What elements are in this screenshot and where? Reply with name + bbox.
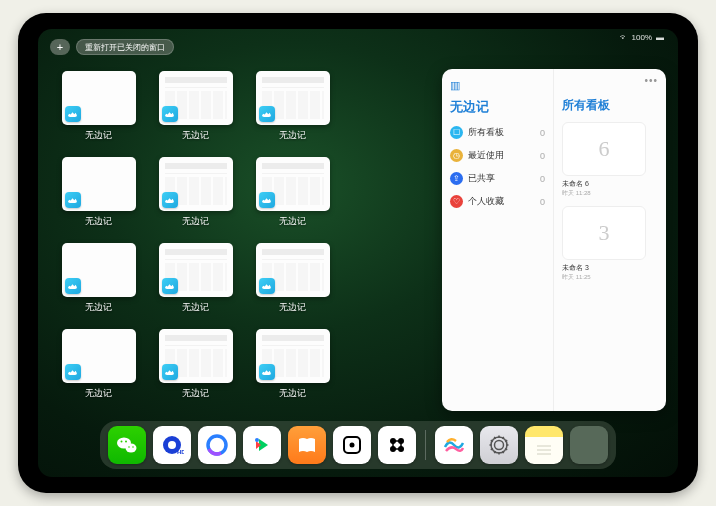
board-card[interactable]: 6未命名 6昨天 11:28 [562,122,646,198]
sidebar-item-label: 个人收藏 [468,195,504,208]
dock-app-tencent[interactable]: HD [153,426,191,464]
sidebar-item-icon: ♡ [450,195,463,208]
svg-point-5 [132,446,134,448]
svg-point-22 [491,437,507,453]
svg-point-23 [495,441,504,450]
window-preview [62,243,136,297]
window-grid: 无边记无边记无边记无边记无边记无边记无边记无边记无边记无边记无边记无边记 [38,63,442,417]
dock-app-folder[interactable] [570,426,608,464]
window-thumb[interactable]: 无边记 [250,71,335,151]
sidebar-item-icon: ☐ [450,126,463,139]
window-label: 无边记 [279,387,306,400]
freeform-app-icon [259,364,275,380]
board-thumbnail: 3 [562,206,646,260]
board-time: 昨天 11:28 [562,189,646,198]
sidebar-item[interactable]: ☐所有看板0 [450,126,545,139]
window-preview [256,329,330,383]
window-thumb[interactable]: 无边记 [250,243,335,323]
window-label: 无边记 [85,129,112,142]
window-preview [256,71,330,125]
freeform-app-icon [65,364,81,380]
window-preview [159,329,233,383]
window-thumb[interactable]: 无边记 [153,157,238,237]
sidebar-item-count: 0 [540,174,545,184]
board-thumbnail: 6 [562,122,646,176]
sidebar-item-count: 0 [540,151,545,161]
wifi-icon: ᯤ [620,33,628,42]
battery-text: 100% [632,33,652,42]
sidebar-item-label: 已共享 [468,172,495,185]
status-bar: ᯤ 100% ▬ [620,33,664,42]
window-preview [159,71,233,125]
window-thumb[interactable]: 无边记 [56,71,141,151]
window-label: 无边记 [182,215,209,228]
window-thumb[interactable]: 无边记 [153,329,238,409]
ipad-frame: ᯤ 100% ▬ + 重新打开已关闭的窗口 无边记无边记无边记无边记无边记无边记… [18,13,698,493]
freeform-side-panel: ••• ▥ 无边记 ☐所有看板0◷最近使用0⇪已共享0♡个人收藏0 所有看板 6… [442,69,666,411]
dock-app-notes[interactable] [525,426,563,464]
sidebar-item-label: 所有看板 [468,126,504,139]
window-label: 无边记 [182,301,209,314]
sidebar-item-icon: ⇪ [450,172,463,185]
svg-point-11 [255,438,259,442]
sidebar-item[interactable]: ◷最近使用0 [450,149,545,162]
freeform-app-icon [162,278,178,294]
freeform-app-icon [65,106,81,122]
reopen-closed-window-button[interactable]: 重新打开已关闭的窗口 [76,39,174,55]
freeform-app-icon [259,192,275,208]
battery-icon: ▬ [656,33,664,42]
dock-app-dice[interactable] [333,426,371,464]
window-preview [159,243,233,297]
sidebar-toggle-icon[interactable]: ▥ [450,79,545,92]
panel-more-button[interactable]: ••• [644,75,658,86]
panel-content: 所有看板 6未命名 6昨天 11:283未命名 3昨天 11:25 [554,69,666,411]
freeform-app-icon [162,192,178,208]
window-thumb[interactable]: 无边记 [153,243,238,323]
content-area: 无边记无边记无边记无边记无边记无边记无边记无边记无边记无边记无边记无边记 •••… [38,63,678,417]
freeform-app-icon [162,364,178,380]
panel-title: 无边记 [450,98,545,116]
dock-app-aqiy[interactable] [243,426,281,464]
window-label: 无边记 [279,301,306,314]
window-thumb[interactable]: 无边记 [250,329,335,409]
freeform-app-icon [259,106,275,122]
window-thumb[interactable]: 无边记 [56,243,141,323]
svg-point-7 [168,441,176,449]
window-thumb[interactable]: 无边记 [56,157,141,237]
sidebar-item-count: 0 [540,128,545,138]
svg-point-2 [121,441,123,443]
top-controls: + 重新打开已关闭的窗口 [50,39,174,55]
dock-app-books[interactable] [288,426,326,464]
svg-point-13 [350,443,355,448]
board-name: 未命名 6 [562,179,646,189]
window-label: 无边记 [182,387,209,400]
freeform-app-icon [65,278,81,294]
panel-sidebar: ▥ 无边记 ☐所有看板0◷最近使用0⇪已共享0♡个人收藏0 [442,69,554,411]
new-window-button[interactable]: + [50,39,70,55]
dock-app-settings[interactable] [480,426,518,464]
window-thumb[interactable]: 无边记 [153,71,238,151]
window-preview [256,157,330,211]
window-thumb[interactable]: 无边记 [250,157,335,237]
window-preview [62,157,136,211]
sidebar-item-icon: ◷ [450,149,463,162]
panel-right-title: 所有看板 [562,97,658,114]
window-label: 无边记 [85,301,112,314]
sidebar-item[interactable]: ⇪已共享0 [450,172,545,185]
dock: HD [100,421,616,469]
dock-app-hex[interactable] [378,426,416,464]
sidebar-item[interactable]: ♡个人收藏0 [450,195,545,208]
window-label: 无边记 [279,129,306,142]
window-preview [256,243,330,297]
window-label: 无边记 [85,387,112,400]
dock-app-freeform[interactable] [435,426,473,464]
svg-point-4 [128,446,130,448]
window-preview [62,329,136,383]
board-card[interactable]: 3未命名 3昨天 11:25 [562,206,646,282]
screen: ᯤ 100% ▬ + 重新打开已关闭的窗口 无边记无边记无边记无边记无边记无边记… [38,29,678,477]
freeform-app-icon [162,106,178,122]
dock-app-quark[interactable] [198,426,236,464]
window-thumb[interactable]: 无边记 [56,329,141,409]
svg-point-3 [125,441,127,443]
dock-app-wechat[interactable] [108,426,146,464]
